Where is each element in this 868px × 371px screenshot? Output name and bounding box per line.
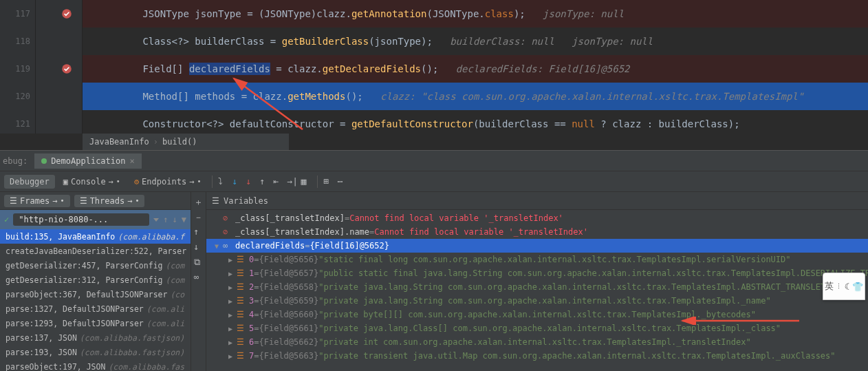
thread-selector[interactable]: ✓ "http-nio-8080-... ↑ ↓ ▼ <box>0 210 191 229</box>
breakpoint-icon[interactable] <box>61 8 73 20</box>
stack-frame[interactable]: parse:1327, DefaultJSONParser(com.ali <box>0 301 191 316</box>
variables-header: ☰ Variables <box>206 192 868 210</box>
up-icon[interactable]: ↑ <box>194 226 204 236</box>
variable-item[interactable]: ▶☰5 = {Field@5661} "private java.lang.Cl… <box>206 321 868 335</box>
stack-frame[interactable]: parse:137, JSON(com.alibaba.fastjson) <box>0 330 191 345</box>
stack-frame[interactable]: getDeserializer:312, ParserConfig(com <box>0 273 191 287</box>
icon-gutter <box>36 0 83 134</box>
line-number[interactable]: 119 <box>0 55 36 83</box>
stack-frame[interactable]: parseObject:197, JSON(com.alibaba.fas <box>0 359 191 371</box>
code-line[interactable]: Class<?> builderClass = getBuilderClass(… <box>83 28 868 55</box>
run-config-tab[interactable]: DemoApplication × <box>34 153 142 169</box>
variables-panel: ＋ － ↑ ↓ ⧉ ∞ ☰ Variables ⊘_class[_transle… <box>191 192 868 371</box>
variable-selected[interactable]: ▼∞declaredFields = {Field[16]@5652} <box>206 239 868 253</box>
console-tab[interactable]: ▣ Console →• <box>58 175 126 189</box>
endpoints-tab[interactable]: ⚙ Endpoints →• <box>129 175 207 189</box>
code-line[interactable]: Field[] declaredFields = clazz.getDeclar… <box>83 55 868 83</box>
step-out-icon[interactable]: ↑ <box>259 176 270 187</box>
variable-item[interactable]: ▶☰6 = {Field@5662} "private int com.sun.… <box>206 335 868 349</box>
debug-toolbar: Debugger ▣ Console →• ⚙ Endpoints →• ⤵ ↓… <box>0 171 868 192</box>
debug-panel: ebug: DemoApplication × Debugger ▣ Conso… <box>0 150 868 371</box>
minus-icon[interactable]: － <box>194 211 204 221</box>
line-number[interactable]: 118 <box>0 28 36 55</box>
stack-frames[interactable]: build:135, JavaBeanInfo(com.alibaba.fcre… <box>0 229 191 371</box>
run-to-cursor-icon[interactable]: →| <box>287 176 298 187</box>
breakpoint-icon[interactable] <box>61 63 73 75</box>
stack-frame[interactable]: getDeserializer:457, ParserConfig(com <box>0 258 191 273</box>
side-toolbar: ＋ － ↑ ↓ ⧉ ∞ <box>191 192 206 371</box>
glasses-icon[interactable]: ∞ <box>194 272 204 282</box>
drop-frame-icon[interactable]: ⇤ <box>273 176 284 187</box>
stack-frame[interactable]: createJavaBeanDeserializer:522, Parser <box>0 244 191 258</box>
line-number[interactable]: 117 <box>0 0 36 28</box>
breadcrumb[interactable]: JavaBeanInfo›build() <box>83 134 289 150</box>
debug-label: ebug: <box>3 156 28 166</box>
variable-item[interactable]: ▶☰4 = {Field@5660} "private byte[][] com… <box>206 308 868 321</box>
variable-item[interactable]: ▶☰0 = {Field@5656} "static final long co… <box>206 253 868 266</box>
evaluate-icon[interactable]: ▦ <box>301 176 312 187</box>
calculator-icon[interactable]: ⊞ <box>323 176 334 187</box>
code-editor[interactable]: 117 JSONType jsonType = (JSONType)clazz.… <box>0 0 868 134</box>
variable-item[interactable]: ▶☰1 = {Field@5657} "public static final … <box>206 266 868 280</box>
code-line[interactable]: Constructor<?> defaultConstructor = getD… <box>83 110 868 134</box>
execution-line[interactable]: Method[] methods = clazz.getMethods(); c… <box>83 83 868 110</box>
variables-list[interactable]: ⊘_class[_transletIndex] = Cannot find lo… <box>206 210 868 371</box>
watch-error[interactable]: ⊘_class[_transletIndex].name = Cannot fi… <box>206 225 868 239</box>
more-icon[interactable]: ⋯ <box>337 176 348 187</box>
step-into-icon[interactable]: ↓ <box>232 176 243 187</box>
plus-icon[interactable]: ＋ <box>194 196 204 206</box>
copy-icon[interactable]: ⧉ <box>194 257 204 266</box>
selected-text: declaredFields <box>189 63 270 75</box>
stack-frame[interactable]: parse:1293, DefaultJSONParser(com.ali <box>0 316 191 330</box>
step-over-icon[interactable]: ⤵ <box>218 176 229 187</box>
filter-icon[interactable]: ▼ <box>182 215 186 224</box>
stack-frame[interactable]: build:135, JavaBeanInfo(com.alibaba.f <box>0 229 191 244</box>
run-tab-row: ebug: DemoApplication × <box>0 151 868 171</box>
debugger-tab[interactable]: Debugger <box>4 175 55 189</box>
prev-frame-icon[interactable]: ↑ <box>163 215 168 224</box>
line-number[interactable]: 120 <box>0 83 36 110</box>
stack-frame[interactable]: parse:193, JSON(com.alibaba.fastjson) <box>0 345 191 359</box>
frames-panel: ☰ Frames →• ☰ Threads →• ✓ "http-nio-808… <box>0 192 191 371</box>
ime-indicator[interactable]: 英 ⋮ ☾ 👕 <box>823 273 865 300</box>
frames-header: ☰ Frames →• ☰ Threads →• <box>0 192 191 210</box>
variable-item[interactable]: ▶☰3 = {Field@5659} "private java.lang.St… <box>206 294 868 308</box>
down-icon[interactable]: ↓ <box>194 242 204 251</box>
variable-item[interactable]: ▶☰7 = {Field@5663} "private transient ja… <box>206 349 868 363</box>
variable-item[interactable]: ▶☰2 = {Field@5658} "private java.lang.St… <box>206 280 868 294</box>
run-status-icon <box>41 158 47 164</box>
force-step-into-icon[interactable]: ↓ <box>246 176 257 187</box>
frames-tab[interactable]: ☰ Frames →• <box>4 195 70 207</box>
code-line[interactable]: JSONType jsonType = (JSONType)clazz.getA… <box>83 0 868 28</box>
watch-error[interactable]: ⊘_class[_transletIndex] = Cannot find lo… <box>206 211 868 225</box>
next-frame-icon[interactable]: ↓ <box>173 215 177 224</box>
threads-tab[interactable]: ☰ Threads →• <box>74 195 145 207</box>
line-number[interactable]: 121 <box>0 110 36 134</box>
stack-frame[interactable]: parseObject:367, DefaultJSONParser(co <box>0 287 191 301</box>
